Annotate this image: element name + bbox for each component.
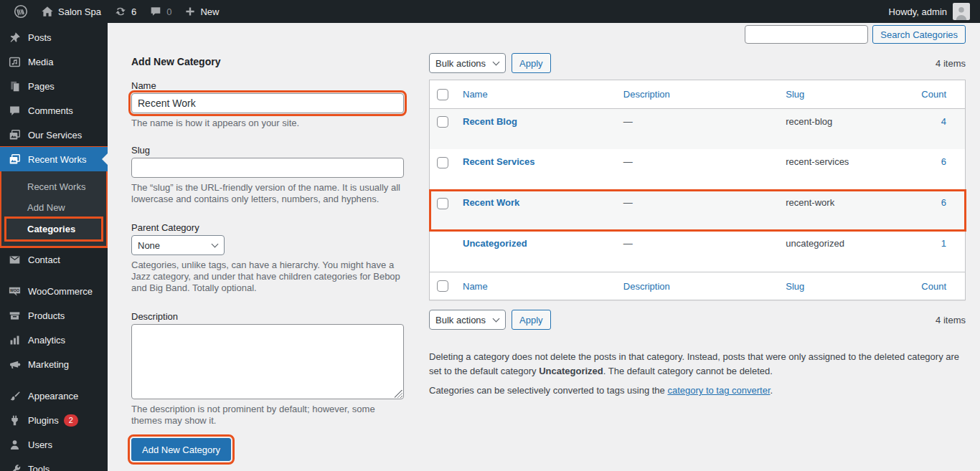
select-all-checkbox[interactable]: [437, 280, 448, 292]
slug-value: recent-work: [786, 197, 834, 208]
slug-label: Slug: [131, 145, 404, 156]
bar-chart-icon: [7, 333, 22, 347]
categories-list-panel: Search Categories Bulk actions Apply 4 i…: [429, 23, 966, 471]
sidebar-block-recent-works: Recent Works Recent Works Add New Catego…: [0, 147, 108, 247]
table-footer-row: Name Description Slug Count: [430, 272, 966, 300]
wrench-icon: [7, 462, 22, 471]
name-help-text: The name is how it appears on your site.: [131, 118, 404, 129]
count-link[interactable]: 1: [941, 238, 946, 249]
select-all-checkbox[interactable]: [437, 89, 448, 100]
category-link[interactable]: Recent Services: [463, 156, 534, 167]
search-categories-button[interactable]: Search Categories: [872, 25, 966, 44]
menu-separator: [0, 376, 108, 384]
column-header-name[interactable]: Name: [456, 80, 616, 109]
column-footer-description[interactable]: Description: [616, 272, 778, 300]
current-menu-arrow-icon: [102, 153, 108, 165]
bulk-actions-select-bottom[interactable]: Bulk actions: [429, 310, 506, 330]
admin-sidebar: Posts Media Pages Comments Our Services: [0, 23, 108, 471]
home-icon: [41, 5, 54, 18]
sidebar-item-our-services[interactable]: Our Services: [0, 123, 108, 147]
column-footer-slug[interactable]: Slug: [778, 272, 914, 300]
slug-value: uncategorized: [786, 238, 844, 249]
comments-indicator[interactable]: 0: [143, 0, 178, 23]
category-to-tag-converter-link[interactable]: category to tag converter: [667, 385, 770, 396]
category-link[interactable]: Recent Work: [463, 197, 519, 208]
sidebar-item-analytics[interactable]: Analytics: [0, 328, 108, 352]
description-label: Description: [131, 311, 404, 323]
description-value: —: [623, 238, 633, 249]
row-checkbox[interactable]: [437, 116, 448, 128]
sidebar-item-appearance[interactable]: Appearance: [0, 384, 108, 408]
sidebar-item-media[interactable]: Media: [0, 49, 108, 74]
sidebar-item-posts[interactable]: Posts: [0, 25, 108, 49]
sidebar-item-tools[interactable]: Tools: [0, 457, 108, 471]
sidebar-item-comments[interactable]: Comments: [0, 98, 108, 123]
category-link[interactable]: Recent Blog: [463, 116, 517, 127]
submenu-item-categories[interactable]: Categories: [6, 218, 102, 240]
site-name-link[interactable]: Salon Spa: [34, 0, 108, 23]
count-link[interactable]: 6: [941, 197, 946, 208]
wordpress-logo-menu[interactable]: [7, 0, 34, 23]
paintbrush-icon: [7, 389, 22, 403]
add-category-form: Add New Category Name The name is how it…: [131, 23, 404, 471]
category-name-input[interactable]: [131, 93, 404, 113]
add-new-category-button[interactable]: Add New Category: [131, 438, 231, 461]
media-icon: [7, 54, 22, 69]
parent-category-select[interactable]: None: [131, 235, 225, 255]
apply-button[interactable]: Apply: [512, 53, 551, 73]
categories-table: Name Description Slug Count Recent Blog …: [429, 80, 966, 300]
sidebar-item-pages[interactable]: Pages: [0, 74, 108, 98]
description-help-text: The description is not prominent by defa…: [131, 404, 404, 427]
new-content-menu[interactable]: New: [178, 0, 225, 23]
updates-indicator[interactable]: 6: [108, 0, 143, 23]
pin-icon: [7, 30, 22, 44]
column-footer-count[interactable]: Count: [914, 272, 965, 300]
sidebar-item-users[interactable]: Users: [0, 432, 108, 457]
plugin-icon: [7, 413, 22, 427]
table-row-highlighted: Recent Work — recent-work 6: [430, 190, 966, 231]
plugins-update-badge: 2: [64, 414, 78, 427]
sidebar-item-marketing[interactable]: Marketing: [0, 352, 108, 376]
table-row: Recent Services — recent-services 6: [430, 149, 966, 190]
slug-help-text: The “slug” is the URL-friendly version o…: [131, 182, 404, 205]
column-header-description[interactable]: Description: [616, 80, 778, 109]
items-count-bottom: 4 items: [936, 315, 966, 325]
category-slug-input[interactable]: [131, 158, 404, 178]
apply-button-bottom[interactable]: Apply: [512, 310, 551, 330]
slug-value: recent-blog: [786, 116, 832, 127]
howdy-greeting[interactable]: Howdy, admin: [889, 6, 947, 17]
category-notes: Deleting a category does not delete the …: [429, 350, 966, 398]
table-row: Recent Blog — recent-blog 4: [430, 108, 966, 149]
comments-bubble-icon: [149, 5, 162, 18]
admin-bar: Salon Spa 6 0 New Howdy, admin: [0, 0, 980, 23]
row-checkbox[interactable]: [437, 157, 448, 168]
sidebar-item-plugins[interactable]: Plugins 2: [0, 408, 108, 432]
name-label: Name: [131, 80, 404, 92]
column-header-count[interactable]: Count: [914, 80, 965, 109]
count-link[interactable]: 6: [941, 156, 946, 167]
bulk-actions-select[interactable]: Bulk actions: [429, 53, 506, 73]
category-link[interactable]: Uncategorized: [463, 238, 527, 249]
user-avatar[interactable]: [953, 3, 970, 20]
search-categories-input[interactable]: [745, 25, 868, 44]
recent-works-submenu: Recent Works Add New Categories: [0, 171, 108, 247]
envelope-icon: [7, 252, 22, 267]
column-header-slug[interactable]: Slug: [778, 80, 914, 109]
submenu-item-recent-works[interactable]: Recent Works: [6, 176, 102, 197]
sidebar-item-recent-works[interactable]: Recent Works: [0, 147, 108, 171]
sidebar-item-woocommerce[interactable]: WOO WooCommerce: [0, 279, 108, 303]
row-checkbox[interactable]: [437, 198, 448, 209]
convert-note: Categories can be selectively converted …: [429, 384, 966, 398]
gallery-icon: [7, 152, 22, 166]
submenu-item-add-new[interactable]: Add New: [6, 197, 102, 218]
gallery-icon: [7, 128, 22, 142]
sidebar-item-products[interactable]: Products: [0, 303, 108, 328]
column-footer-name[interactable]: Name: [456, 272, 616, 300]
sidebar-item-contact[interactable]: Contact: [0, 247, 108, 272]
count-link[interactable]: 4: [941, 116, 946, 127]
form-title: Add New Category: [131, 56, 404, 67]
category-description-textarea[interactable]: [131, 324, 404, 399]
delete-note: Deleting a category does not delete the …: [429, 350, 966, 379]
description-value: —: [623, 116, 633, 127]
parent-help-text: Categories, unlike tags, can have a hier…: [131, 260, 404, 294]
